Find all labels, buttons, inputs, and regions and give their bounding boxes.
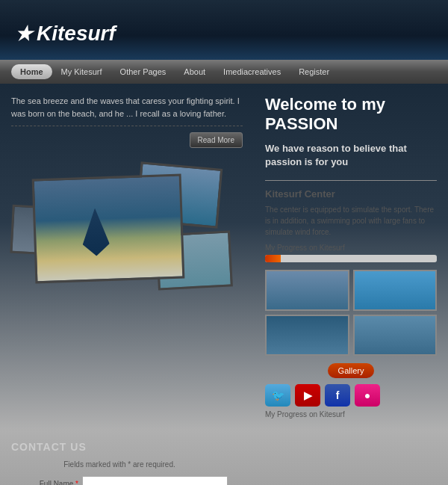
thumbnail-1[interactable] bbox=[265, 270, 349, 311]
photo-collage bbox=[11, 161, 243, 296]
full-name-input[interactable] bbox=[82, 476, 228, 485]
progress-label: My Progress on Kitesurf bbox=[265, 244, 437, 252]
nav-about[interactable]: About bbox=[175, 64, 214, 79]
nav-home[interactable]: Home bbox=[11, 64, 52, 79]
twitter-button[interactable]: 🐦 bbox=[265, 384, 290, 407]
site-title: ★ Kitesurf bbox=[15, 22, 116, 46]
passion-word: PASSION bbox=[265, 114, 437, 134]
nav-register[interactable]: Register bbox=[290, 64, 338, 79]
youtube-button[interactable]: ▶ bbox=[295, 384, 320, 407]
welcome-title: Welcome to my PASSION bbox=[265, 95, 437, 135]
nav-other-pages[interactable]: Other Pages bbox=[111, 64, 175, 79]
photo-frame-main bbox=[32, 174, 185, 284]
read-more-button[interactable]: Read More bbox=[190, 132, 243, 148]
social-icons: 🐦 ▶ f ● bbox=[265, 384, 437, 407]
thumbnail-2[interactable] bbox=[353, 270, 438, 311]
nav-imediacreatives[interactable]: Imediacreatives bbox=[214, 64, 290, 79]
intro-text: The sea breeze and the waves that caress… bbox=[11, 95, 243, 126]
kite-silhouette bbox=[72, 208, 119, 269]
welcome-subtitle: We have reason to believe that passion i… bbox=[265, 142, 437, 169]
center-section: Kitesurf Center The center is equipped t… bbox=[265, 180, 437, 418]
site-title-text: Kitesurf bbox=[37, 22, 116, 46]
progress-bar bbox=[265, 255, 437, 262]
gallery-area: Gallery bbox=[265, 363, 437, 378]
facebook-button[interactable]: f bbox=[325, 384, 350, 407]
gallery-button[interactable]: Gallery bbox=[328, 363, 375, 378]
welcome-text: Welcome to my bbox=[265, 95, 385, 114]
header: ★ Kitesurf bbox=[0, 0, 448, 60]
nav-my-kitesurf[interactable]: My Kitesurf bbox=[52, 64, 111, 79]
progress-kite-label: My Progress on Kitesurf bbox=[265, 410, 437, 418]
thumbnail-grid bbox=[265, 270, 437, 356]
thumbnail-3[interactable] bbox=[265, 315, 349, 356]
main-content: The sea breeze and the waves that caress… bbox=[0, 84, 448, 430]
center-description: The center is equipped to simulate the s… bbox=[265, 204, 437, 238]
thumbnail-4[interactable] bbox=[353, 315, 438, 356]
right-column: Welcome to my PASSION We have reason to … bbox=[254, 84, 448, 430]
navigation: Home My Kitesurf Other Pages About Imedi… bbox=[0, 60, 448, 84]
star-icon: ★ bbox=[15, 22, 32, 46]
center-title: Kitesurf Center bbox=[265, 188, 437, 200]
contact-form-column: CONTACT US Fields marked with * are requ… bbox=[11, 441, 228, 485]
form-note: Fields marked with * are required. bbox=[11, 460, 228, 469]
full-name-label: Full Name * bbox=[11, 480, 78, 485]
lower-section: CONTACT US Fields marked with * are requ… bbox=[0, 430, 448, 485]
full-name-row: Full Name * bbox=[11, 476, 228, 485]
progress-bar-fill bbox=[265, 255, 317, 262]
left-column: The sea breeze and the waves that caress… bbox=[0, 84, 254, 430]
flickr-button[interactable]: ● bbox=[355, 384, 380, 407]
contact-title: CONTACT US bbox=[11, 441, 228, 453]
